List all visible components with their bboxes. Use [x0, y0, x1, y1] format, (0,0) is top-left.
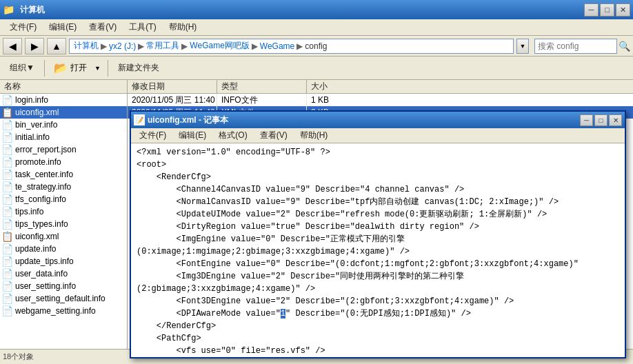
file-row[interactable]: 📄update.info: [0, 243, 127, 255]
file-row[interactable]: 📄update_tips.info: [0, 255, 127, 267]
main-window: 📁 计算机 ─ □ ✕ 文件(F) 编辑(E) 查看(V) 工具(T) 帮助(H…: [0, 0, 633, 364]
address-bar: ◀ ▶ ▲ 计算机 ▶ yx2 (J:) ▶ 常用工具 ▶ WeGame网吧版 …: [0, 36, 633, 57]
file-name-label: bin_ver.info: [15, 120, 125, 130]
col-type-header[interactable]: 类型: [217, 80, 307, 93]
file-date: 2020/11/05 周三 11:40: [128, 94, 217, 106]
file-row[interactable]: 📄user_data.info: [0, 267, 127, 280]
file-icon: 📄: [1, 206, 12, 217]
file-icon: 📄: [1, 243, 12, 254]
search-icon[interactable]: 🔍: [619, 41, 630, 52]
status-item-count: 18个对象: [3, 352, 34, 362]
col-size-header[interactable]: 大小: [307, 80, 362, 93]
address-path[interactable]: 计算机 ▶ yx2 (J:) ▶ 常用工具 ▶ WeGame网吧版 ▶ WeGa…: [69, 39, 514, 54]
notepad-title-text: uiconfig.xml - 记事本: [148, 114, 580, 126]
file-row[interactable]: 📄user_setting.info: [0, 280, 127, 292]
notepad-window: 📝 uiconfig.xml - 记事本 ─ □ ✕ 文件(F) 编辑(E) 格…: [130, 110, 626, 358]
file-icon: 📄: [1, 281, 12, 292]
np-menu-file[interactable]: 文件(F): [134, 128, 172, 143]
file-name-label: update.info: [15, 244, 125, 254]
np-menu-help[interactable]: 帮助(H): [294, 128, 334, 143]
notepad-menu-bar: 文件(F) 编辑(E) 格式(O) 查看(V) 帮助(H): [131, 128, 625, 143]
breadcrumb-common[interactable]: 常用工具: [146, 40, 179, 52]
file-size: 1 KB: [307, 94, 362, 106]
notepad-minimize-button[interactable]: ─: [580, 114, 593, 126]
col-date-header[interactable]: 修改日期: [128, 80, 217, 93]
file-name-label: user_setting_default.info: [15, 294, 125, 303]
explorer-menu-bar: 文件(F) 编辑(E) 查看(V) 工具(T) 帮助(H): [0, 19, 633, 36]
np-menu-view[interactable]: 查看(V): [254, 128, 293, 143]
file-row[interactable]: 📄bin_ver.info: [0, 119, 127, 131]
np-menu-edit[interactable]: 编辑(E): [173, 128, 212, 143]
minimize-button[interactable]: ─: [584, 3, 599, 17]
file-row[interactable]: 📋uiconfig.xml: [0, 106, 127, 119]
file-row[interactable]: 📄te_strategy.info: [0, 181, 127, 193]
file-row[interactable]: 📄tips.info: [0, 205, 127, 218]
menu-help[interactable]: 帮助(H): [163, 20, 203, 34]
breadcrumb-wegame[interactable]: WeGame: [260, 41, 294, 51]
file-icon: 📄: [1, 94, 12, 105]
breadcrumb-yx2[interactable]: yx2 (J:): [109, 41, 136, 51]
organize-button[interactable]: 组织▼: [4, 58, 40, 79]
file-row[interactable]: 📄webgame_setting.info: [0, 305, 127, 317]
open-button-group: 📂 打开 ▼: [49, 59, 103, 77]
file-name-label: tfs_config.info: [15, 194, 125, 204]
file-icon: 📄: [1, 256, 12, 267]
open-dropdown-arrow[interactable]: ▼: [92, 63, 103, 74]
notepad-close-button[interactable]: ✕: [609, 114, 622, 126]
file-icon: 📄: [1, 194, 12, 205]
file-detail-row[interactable]: 2020/11/05 周三 11:40INFO文件1 KB: [128, 94, 633, 106]
file-icon: 📋: [1, 107, 12, 118]
file-name-label: promote.info: [15, 157, 125, 167]
search-input[interactable]: [534, 39, 617, 54]
file-icon: 📄: [1, 219, 12, 230]
menu-tools[interactable]: 工具(T): [123, 20, 161, 34]
breadcrumb-wegame-bar[interactable]: WeGame网吧版: [190, 40, 249, 52]
file-row[interactable]: 📋uiconfig.xml: [0, 230, 127, 243]
file-name-label: error_report.json: [15, 145, 125, 154]
file-list: 📄login.info📋uiconfig.xml📄bin_ver.info📄in…: [0, 94, 128, 349]
maximize-button[interactable]: □: [600, 3, 614, 17]
file-name-label: uiconfig.xml: [15, 108, 125, 117]
notepad-title-buttons: ─ □ ✕: [580, 114, 622, 126]
notepad-content[interactable]: <?xml version="1.0" encoding="UTF-8" ?> …: [131, 143, 625, 357]
explorer-title-text: 计算机: [20, 4, 584, 16]
open-main-button[interactable]: 📂 打开: [49, 59, 92, 77]
new-folder-button[interactable]: 新建文件夹: [112, 58, 165, 79]
menu-view[interactable]: 查看(V): [83, 20, 122, 34]
col-name-header[interactable]: 名称: [0, 80, 128, 93]
file-row[interactable]: 📄promote.info: [0, 156, 127, 168]
address-dropdown[interactable]: ▼: [516, 39, 529, 54]
file-icon: 📄: [1, 169, 12, 180]
file-icon: 📄: [1, 132, 12, 143]
file-row[interactable]: 📄error_report.json: [0, 143, 127, 156]
back-button[interactable]: ◀: [3, 38, 22, 54]
file-name-label: user_data.info: [15, 269, 125, 279]
breadcrumb-config: config: [305, 41, 327, 51]
file-row[interactable]: 📄tfs_config.info: [0, 193, 127, 205]
toolbar-separator-2: [108, 60, 108, 77]
file-name-label: webgame_setting.info: [15, 306, 125, 316]
file-name-label: uiconfig.xml: [15, 232, 125, 241]
search-box[interactable]: 🔍: [534, 39, 630, 54]
file-icon: 📄: [1, 268, 12, 279]
explorer-title-bar: 📁 计算机 ─ □ ✕: [0, 0, 633, 19]
file-type: INFO文件: [217, 94, 307, 106]
file-row[interactable]: 📄task_center.info: [0, 168, 127, 181]
file-row[interactable]: 📄login.info: [0, 94, 127, 106]
notepad-maximize-button[interactable]: □: [594, 114, 607, 126]
file-row[interactable]: 📄initial.info: [0, 131, 127, 143]
file-row[interactable]: 📄tips_types.info: [0, 218, 127, 230]
file-icon: 📄: [1, 305, 12, 316]
menu-file[interactable]: 文件(F): [4, 20, 42, 34]
file-row[interactable]: 📄user_setting_default.info: [0, 292, 127, 305]
file-icon: 📄: [1, 119, 12, 130]
np-menu-format[interactable]: 格式(O): [213, 128, 252, 143]
menu-edit[interactable]: 编辑(E): [43, 20, 82, 34]
breadcrumb-computer[interactable]: 计算机: [74, 40, 99, 52]
up-button[interactable]: ▲: [47, 38, 66, 54]
notepad-title-bar: 📝 uiconfig.xml - 记事本 ─ □ ✕: [131, 112, 625, 128]
close-button[interactable]: ✕: [616, 3, 630, 17]
file-name-label: update_tips.info: [15, 256, 125, 266]
forward-button[interactable]: ▶: [25, 38, 44, 54]
file-icon: 📄: [1, 181, 12, 192]
